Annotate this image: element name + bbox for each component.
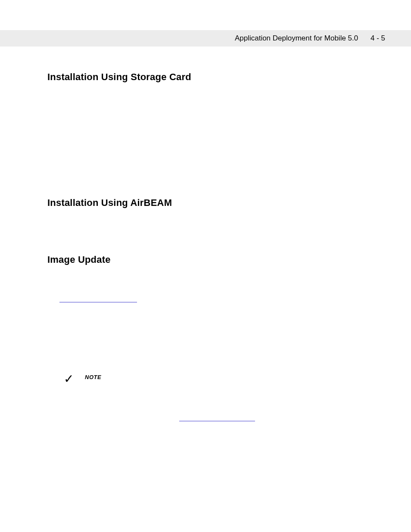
page-header-bar: Application Deployment for Mobile 5.0 4 … [0,30,411,47]
heading-installation-airbeam: Installation Using AirBEAM [47,197,364,208]
page: Application Deployment for Mobile 5.0 4 … [0,30,411,532]
spacer [47,216,364,229]
link-underline-lower-row [179,415,364,423]
heading-installation-storage-card: Installation Using Storage Card [47,72,364,83]
note-block: ✓ NOTE [64,373,364,385]
page-header-number: 4 - 5 [371,34,385,43]
link-underline-upper-row [59,296,364,304]
page-content: Installation Using Storage Card Installa… [0,72,411,423]
hyperlink-underline[interactable] [59,302,137,302]
heading-image-update: Image Update [47,254,364,265]
note-label: NOTE [85,374,101,380]
hyperlink-underline[interactable] [179,421,255,421]
spacer [47,90,364,172]
checkmark-icon: ✓ [64,373,74,385]
page-header-title: Application Deployment for Mobile 5.0 [235,34,358,43]
